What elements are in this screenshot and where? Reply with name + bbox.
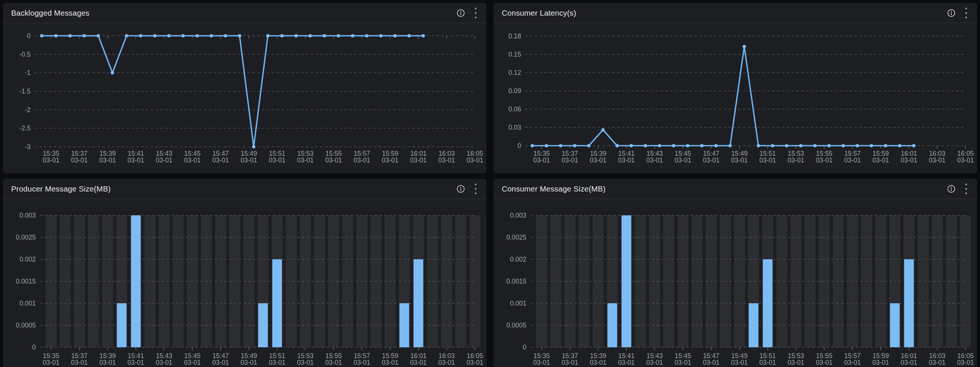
svg-text:0.001: 0.001 (19, 300, 36, 307)
svg-text:15:55: 15:55 (816, 352, 832, 359)
svg-text:-2.5: -2.5 (19, 124, 30, 132)
svg-text:15:53: 15:53 (297, 150, 313, 157)
svg-text:16:03: 16:03 (438, 352, 455, 359)
panel-header-actions (456, 184, 480, 194)
svg-text:03-01: 03-01 (269, 156, 286, 164)
svg-text:03-01: 03-01 (127, 359, 144, 366)
svg-text:0.003: 0.003 (510, 211, 527, 219)
svg-text:16:01: 16:01 (901, 352, 917, 359)
svg-text:03-01: 03-01 (353, 156, 370, 164)
panel-header-actions (947, 8, 971, 18)
svg-text:15:35: 15:35 (43, 352, 59, 359)
svg-text:03-01: 03-01 (618, 156, 635, 164)
panel-header: Backlogged Messages (3, 3, 487, 23)
kebab-menu-icon[interactable] (961, 8, 971, 18)
svg-text:15:45: 15:45 (184, 352, 200, 359)
chart-consumer-message-size[interactable]: 0.0030.00250.0020.00150.0010.0005015:350… (493, 199, 977, 367)
svg-text:15:53: 15:53 (788, 352, 804, 359)
svg-text:15:37: 15:37 (71, 150, 88, 157)
svg-text:03-01: 03-01 (703, 156, 719, 164)
svg-text:03-01: 03-01 (325, 359, 342, 366)
svg-text:-1: -1 (25, 69, 30, 76)
svg-text:15:41: 15:41 (128, 352, 144, 359)
svg-text:15:59: 15:59 (382, 352, 398, 359)
svg-text:03-01: 03-01 (438, 156, 455, 164)
svg-text:03-01: 03-01 (731, 359, 748, 366)
svg-text:0: 0 (27, 32, 30, 40)
svg-text:0.12: 0.12 (509, 69, 521, 76)
svg-text:16:01: 16:01 (410, 352, 427, 359)
svg-text:0.0015: 0.0015 (506, 278, 527, 285)
svg-text:15:35: 15:35 (43, 150, 59, 157)
svg-text:15:39: 15:39 (100, 150, 116, 157)
svg-text:03-01: 03-01 (297, 156, 314, 164)
svg-text:15:47: 15:47 (703, 150, 719, 157)
svg-text:03-01: 03-01 (467, 359, 484, 366)
svg-text:15:49: 15:49 (241, 352, 257, 359)
svg-text:03-01: 03-01 (618, 359, 635, 366)
panel-title: Producer Message Size(MB) (11, 184, 456, 193)
svg-text:0.001: 0.001 (510, 300, 527, 307)
svg-text:03-01: 03-01 (240, 359, 257, 366)
svg-text:0.002: 0.002 (19, 256, 36, 263)
svg-text:0.09: 0.09 (509, 87, 521, 95)
svg-text:03-01: 03-01 (816, 359, 833, 366)
svg-text:03-01: 03-01 (703, 359, 719, 366)
svg-text:15:47: 15:47 (703, 352, 719, 359)
svg-text:15:35: 15:35 (533, 150, 550, 157)
svg-text:03-01: 03-01 (240, 156, 257, 164)
chart-backlogged-messages[interactable]: 0-0.5-1-1.5-2-2.5-315:3503-0115:3703-011… (3, 24, 487, 173)
svg-text:03-01: 03-01 (325, 156, 342, 164)
svg-text:03-01: 03-01 (269, 359, 286, 366)
svg-text:15:41: 15:41 (128, 150, 144, 157)
kebab-menu-icon[interactable] (471, 184, 480, 194)
svg-text:03-01: 03-01 (816, 156, 833, 164)
chart-consumer-latency[interactable]: 0.180.150.120.090.060.03015:3503-0115:37… (493, 24, 977, 173)
chart-producer-message-size[interactable]: 0.0030.00250.0020.00150.0010.0005015:350… (3, 199, 487, 367)
svg-text:0: 0 (517, 142, 521, 149)
svg-text:03-01: 03-01 (156, 359, 173, 366)
svg-text:0.0005: 0.0005 (506, 321, 527, 329)
svg-text:03-01: 03-01 (788, 359, 804, 366)
svg-text:15:37: 15:37 (71, 352, 88, 359)
info-icon[interactable] (947, 8, 956, 18)
svg-text:15:59: 15:59 (382, 150, 398, 157)
svg-text:03-01: 03-01 (562, 359, 578, 366)
svg-text:03-01: 03-01 (467, 156, 484, 164)
svg-text:16:01: 16:01 (901, 150, 917, 157)
svg-text:15:51: 15:51 (269, 150, 286, 157)
svg-text:03-01: 03-01 (929, 156, 946, 164)
svg-text:15:43: 15:43 (156, 352, 172, 359)
svg-text:03-01: 03-01 (71, 156, 88, 164)
svg-text:16:05: 16:05 (957, 150, 974, 157)
svg-text:03-01: 03-01 (71, 359, 88, 366)
svg-text:03-01: 03-01 (184, 156, 201, 164)
svg-text:16:05: 16:05 (957, 352, 974, 359)
kebab-menu-icon[interactable] (471, 8, 480, 18)
svg-text:03-01: 03-01 (184, 359, 201, 366)
panel-header: Consumer Message Size(MB) (493, 179, 977, 199)
svg-text:15:57: 15:57 (354, 352, 370, 359)
svg-text:0.06: 0.06 (509, 105, 521, 113)
info-icon[interactable] (947, 184, 956, 194)
svg-text:15:43: 15:43 (646, 150, 663, 157)
svg-text:03-01: 03-01 (353, 359, 370, 366)
svg-text:15:57: 15:57 (844, 352, 861, 359)
svg-text:15:57: 15:57 (844, 150, 861, 157)
svg-text:15:59: 15:59 (873, 352, 889, 359)
svg-text:15:57: 15:57 (354, 150, 370, 157)
svg-text:03-01: 03-01 (127, 156, 144, 164)
svg-text:03-01: 03-01 (410, 156, 427, 164)
svg-text:0.15: 0.15 (509, 51, 521, 58)
svg-text:0.18: 0.18 (509, 32, 521, 40)
kebab-menu-icon[interactable] (961, 184, 971, 194)
panel-consumer-message-size: Consumer Message Size(MB) 0.0030.00250.0… (493, 179, 977, 367)
svg-text:15:45: 15:45 (184, 150, 200, 157)
svg-text:03-01: 03-01 (156, 156, 173, 164)
panel-title: Consumer Message Size(MB) (502, 184, 947, 193)
info-icon[interactable] (456, 8, 466, 18)
svg-text:03-01: 03-01 (675, 156, 692, 164)
svg-text:03-01: 03-01 (646, 359, 663, 366)
svg-text:16:05: 16:05 (467, 352, 483, 359)
info-icon[interactable] (456, 184, 466, 194)
